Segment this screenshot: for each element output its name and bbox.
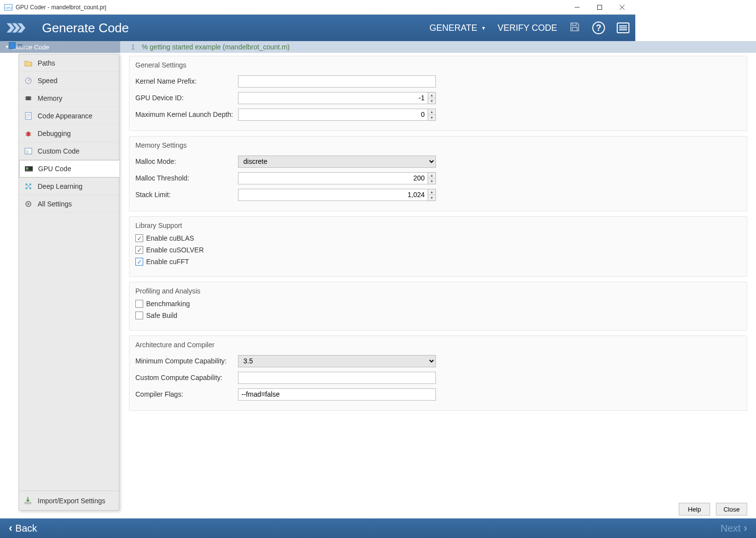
- min-compute-capability-select[interactable]: 3.5: [238, 355, 436, 367]
- menu-icon[interactable]: [617, 22, 629, 33]
- compiler-flags-input[interactable]: [238, 388, 436, 401]
- svg-line-12: [28, 79, 30, 81]
- stack-limit-spinner[interactable]: ▲▼: [238, 189, 436, 201]
- library-support-group: Library Support Enable cuBLAS Enable cuS…: [129, 216, 635, 277]
- sidebar-item-deep-learning[interactable]: Deep Learning: [19, 178, 119, 195]
- sidebar-item-label: Memory: [38, 94, 63, 102]
- sidebar-item-all-settings[interactable]: All Settings: [19, 195, 119, 213]
- sidebar-item-label: Custom Code: [38, 147, 80, 155]
- checkbox-icon: [135, 246, 143, 254]
- svg-point-22: [26, 132, 30, 136]
- svg-text:{}: {}: [26, 149, 29, 154]
- spinner-up-icon[interactable]: ▲: [428, 92, 435, 98]
- checkbox-icon: [135, 258, 143, 266]
- code-preview-strip: Source Code 1 % getting started example …: [0, 41, 635, 53]
- sidebar-item-label: Debugging: [38, 130, 71, 137]
- spinner-down-icon[interactable]: ▼: [428, 115, 435, 120]
- enable-cublas-checkbox[interactable]: Enable cuBLAS: [135, 234, 635, 242]
- spinner-down-icon[interactable]: ▼: [428, 179, 435, 184]
- network-icon: [24, 182, 33, 191]
- checkbox-icon: [135, 300, 143, 308]
- sidebar-item-label: Speed: [38, 77, 57, 85]
- wizard-logo-icon: [6, 19, 30, 37]
- help-icon[interactable]: ?: [592, 22, 605, 34]
- malloc-mode-select[interactable]: discrete: [238, 156, 436, 168]
- gauge-icon: [24, 76, 33, 85]
- svg-rect-30: [26, 167, 28, 170]
- malloc-mode-label: Malloc Mode:: [135, 157, 238, 165]
- page-title: Generate Code: [42, 21, 430, 36]
- sidebar-item-label: Paths: [38, 59, 55, 67]
- custom-compute-capability-input[interactable]: [238, 372, 436, 384]
- sidebar-item-memory[interactable]: Memory: [19, 90, 119, 107]
- sidebar-item-label: GPU Code: [38, 165, 71, 173]
- min-compute-capability-label: Minimum Compute Capability:: [135, 357, 238, 365]
- save-icon[interactable]: [569, 21, 581, 35]
- kernel-prefix-label: Kernel Name Prefix:: [135, 77, 238, 85]
- header-ribbon: Generate Code GENERATE ▼ VERIFY CODE ?: [0, 15, 635, 41]
- spinner-up-icon[interactable]: ▲: [428, 189, 435, 195]
- profiling-analysis-group: Profiling and Analysis Benchmarking Safe…: [129, 282, 635, 331]
- svg-rect-10: [572, 27, 577, 31]
- safe-build-checkbox[interactable]: Safe Build: [135, 312, 635, 319]
- bug-icon: [24, 129, 33, 138]
- group-title: Memory Settings: [135, 141, 635, 149]
- generate-label: GENERATE: [430, 23, 477, 33]
- checkbox-icon: [135, 312, 143, 319]
- sidebar-item-speed[interactable]: Speed: [19, 72, 119, 90]
- group-title: General Settings: [135, 61, 635, 69]
- verify-code-label: VERIFY CODE: [497, 23, 557, 33]
- kernel-prefix-input[interactable]: [238, 75, 436, 88]
- matlab-file-icon: [9, 42, 16, 49]
- settings-content: General Settings Kernel Name Prefix: GPU…: [120, 53, 635, 452]
- sidebar-item-custom-code[interactable]: {} Custom Code: [19, 142, 119, 160]
- enable-cufft-checkbox[interactable]: Enable cuFFT: [135, 258, 635, 266]
- sidebar-item-debugging[interactable]: Debugging: [19, 125, 119, 142]
- sidebar-item-label: Deep Learning: [38, 182, 83, 190]
- memory-settings-group: Memory Settings Malloc Mode: discrete Ma…: [129, 136, 635, 211]
- file-tab[interactable]: m...: [4, 41, 32, 50]
- spinner-up-icon[interactable]: ▲: [428, 173, 435, 179]
- spinner-down-icon[interactable]: ▼: [428, 195, 435, 201]
- malloc-threshold-spinner[interactable]: ▲▼: [238, 172, 436, 184]
- chip-icon: [24, 94, 33, 103]
- compiler-flags-label: Compiler Flags:: [135, 390, 238, 398]
- gpu-device-id-spinner[interactable]: ▲▼: [238, 92, 436, 104]
- stack-limit-label: Stack Limit:: [135, 191, 238, 199]
- svg-point-39: [27, 203, 29, 205]
- max-kernel-depth-spinner[interactable]: ▲▼: [238, 109, 436, 121]
- generate-dropdown[interactable]: GENERATE ▼: [430, 23, 486, 33]
- verify-code-button[interactable]: VERIFY CODE: [497, 23, 557, 33]
- spinner-down-icon[interactable]: ▼: [428, 98, 435, 104]
- code-comment: % getting started example (mandelbrot_co…: [142, 43, 290, 51]
- document-icon: [24, 112, 33, 120]
- title-bar: GPU GPU Coder - mandelbrot_count.prj: [0, 0, 635, 15]
- close-window-button[interactable]: [611, 0, 633, 15]
- svg-rect-9: [572, 23, 576, 25]
- architecture-compiler-group: Architecture and Compiler Minimum Comput…: [129, 336, 635, 411]
- sidebar-item-paths[interactable]: Paths: [19, 54, 119, 72]
- minimize-button[interactable]: [566, 0, 588, 15]
- sidebar-item-code-appearance[interactable]: Code Appearance: [19, 107, 119, 125]
- enable-cusolver-checkbox[interactable]: Enable cuSOLVER: [135, 246, 635, 254]
- spinner-up-icon[interactable]: ▲: [428, 109, 435, 115]
- chevron-down-icon: ▼: [481, 25, 486, 31]
- gear-icon: [24, 200, 33, 208]
- benchmarking-checkbox[interactable]: Benchmarking: [135, 300, 635, 308]
- app-icon: GPU: [4, 3, 13, 12]
- settings-sidebar: Paths Speed Memory Code Appearance Debug…: [19, 54, 119, 452]
- svg-line-25: [25, 135, 27, 135]
- general-settings-group: General Settings Kernel Name Prefix: GPU…: [129, 56, 635, 131]
- sidebar-item-label: Code Appearance: [38, 112, 92, 120]
- sidebar-item-gpu-code[interactable]: GPU Code: [19, 160, 119, 178]
- window-title: GPU Coder - mandelbrot_count.prj: [16, 4, 566, 11]
- gpu-device-id-label: GPU Device ID:: [135, 94, 238, 102]
- gpu-icon: [24, 164, 33, 173]
- code-icon: {}: [24, 147, 33, 156]
- maximize-button[interactable]: [588, 0, 611, 15]
- sidebar-item-label: All Settings: [38, 200, 72, 208]
- svg-rect-31: [25, 171, 33, 172]
- custom-compute-capability-label: Custom Compute Capability:: [135, 374, 238, 381]
- line-number: 1: [120, 43, 135, 51]
- svg-rect-13: [26, 96, 31, 100]
